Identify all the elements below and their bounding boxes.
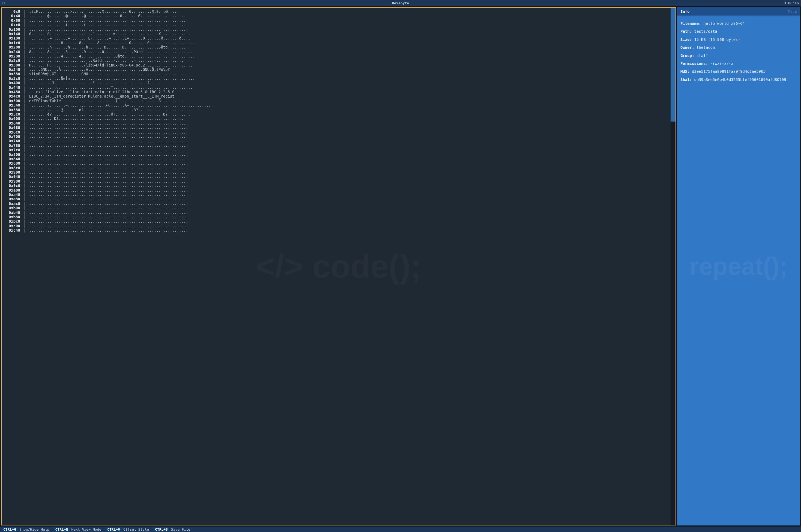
ascii-row[interactable]: | ......................................…	[23, 219, 670, 224]
scrollbar-thumb[interactable]	[671, 7, 675, 121]
ascii-row[interactable]: | ......................................…	[23, 215, 670, 219]
info-key: Md5:	[680, 69, 692, 74]
ascii-row[interactable]: | ......................................…	[23, 206, 670, 210]
offset-row: 0x640	[3, 121, 20, 126]
info-key: Filename:	[680, 21, 703, 26]
row-separator: |	[23, 179, 28, 184]
ascii-text: ........@.......@.......@...............…	[29, 14, 188, 18]
ascii-row[interactable]: | ......................................…	[23, 130, 670, 134]
row-separator: |	[23, 134, 28, 139]
ascii-row[interactable]: | ......................................…	[23, 188, 670, 192]
row-separator: |	[23, 170, 28, 174]
ascii-row[interactable]: | ..............4.......4...............…	[23, 54, 670, 58]
ascii-row[interactable]: | ......................................…	[23, 144, 670, 148]
row-separator: |	[23, 27, 28, 32]
ascii-row[interactable]: | ......................................…	[23, 18, 670, 23]
row-separator: |	[23, 210, 28, 215]
ascii-row[interactable]: | ................(.......(.............…	[23, 23, 670, 27]
ascii-row[interactable]: | ......................................…	[23, 170, 670, 174]
offset-row: 0x880	[3, 161, 20, 166]
ascii-text: ........................................…	[29, 121, 188, 126]
ascii-row[interactable]: | ......................................…	[23, 139, 670, 143]
ascii-row[interactable]: | ..............8.......8.......8.......…	[23, 41, 670, 45]
ascii-text: ........................................…	[29, 206, 188, 210]
ascii-column[interactable]: | .ELF..............>.....`.......@.....…	[21, 7, 671, 525]
ascii-row[interactable]: | ......................................…	[23, 197, 670, 201]
scrollbar[interactable]	[671, 7, 675, 525]
footer-label: Show/Hide Help	[19, 527, 49, 531]
ascii-row[interactable]: | ......................................…	[23, 148, 670, 152]
ascii-text: .__cxa_finalize.__libc_start_main.printf…	[29, 90, 175, 94]
info-key: Permissions:	[680, 61, 710, 66]
ascii-row[interactable]: | ......................................…	[23, 192, 670, 197]
offset-row: 0x7c0	[3, 148, 20, 152]
ascii-row[interactable]: | ......................................…	[23, 27, 670, 32]
row-separator: |	[23, 50, 28, 54]
ascii-row[interactable]: | ......................................…	[23, 184, 670, 188]
ascii-row[interactable]: | ......................................…	[23, 161, 670, 166]
ascii-text: ........................................…	[29, 170, 188, 174]
footer-kbd[interactable]: CTRL+O	[106, 527, 122, 531]
ascii-row[interactable]: | ............................Råtd.....-…	[23, 58, 670, 63]
ascii-row[interactable]: | erTMCloneTable........................…	[23, 99, 670, 103]
ascii-text: ........................................…	[29, 161, 188, 166]
ascii-row[interactable]: | 8.......8.......8.......0.......0.....…	[23, 50, 670, 54]
window-control-icon[interactable]	[2, 2, 5, 4]
ascii-row[interactable]: | ô.......ô...................`........=…	[23, 32, 670, 36]
ascii-text: `........=.......=........Ë-......Ë=....…	[29, 36, 190, 40]
ascii-text: ........................................…	[29, 139, 188, 143]
ascii-row[interactable]: | ......................................…	[23, 202, 670, 206]
info-row: Owner: thetacom	[680, 44, 797, 52]
ascii-text: .....GNU.....À...........À..............…	[29, 67, 170, 72]
ascii-row[interactable]: | .__cxa_finalize.__libc_start_main.prin…	[23, 90, 670, 94]
offset-row: 0x240	[3, 50, 20, 54]
ascii-row[interactable]: | .....GNU.....À...........À............…	[23, 67, 670, 72]
ascii-row[interactable]: | ............u.. ....................".…	[23, 85, 670, 90]
ascii-row[interactable]: | sítyRO%=þ¸GT...........GNU............…	[23, 72, 670, 76]
offset-row: 0xc00	[3, 224, 20, 228]
ascii-row[interactable]: | ......................................…	[23, 157, 670, 161]
ascii-row[interactable]: | LIBC_2.34._ITM_deregisterTMCloneTable.…	[23, 94, 670, 98]
footer-kbd[interactable]: CTRL+S	[153, 527, 169, 531]
clock: 13:00:46	[782, 1, 799, 5]
ascii-row[interactable]: | ......................................…	[23, 126, 670, 130]
footer-kbd[interactable]: CTRL+N	[54, 527, 70, 531]
offset-row: 0x400	[3, 81, 20, 85]
ascii-text: ........................................…	[29, 215, 188, 219]
ascii-row[interactable]: | H.......H.............../lib64/ld-linu…	[23, 63, 670, 67]
ascii-row[interactable]: | .........h.......h.......h.......D....…	[23, 45, 670, 49]
ascii-row[interactable]: | `........=.......=........Ë-......Ë=..…	[23, 36, 670, 40]
ascii-row[interactable]: | ......................................…	[23, 210, 670, 215]
ascii-row[interactable]: | ..............@.......ø?..............…	[23, 108, 670, 112]
ascii-text: ........................................…	[29, 18, 188, 23]
ascii-text: .ELF..............>.....`.......@.......…	[29, 9, 179, 14]
ascii-row[interactable]: | ...........Ð?.........................…	[23, 116, 670, 121]
ascii-row[interactable]: | ......................................…	[23, 224, 670, 228]
row-separator: |	[23, 94, 28, 98]
ascii-row[interactable]: | ..........J. ...............".........…	[23, 81, 670, 85]
ascii-row[interactable]: | ........@.......@.......@.............…	[23, 14, 670, 18]
ascii-text: ............u.. ...................."...…	[29, 85, 193, 90]
ascii-row[interactable]: | .ELF..............>.....`.......@.....…	[23, 9, 670, 14]
row-separator: |	[23, 130, 28, 134]
hex-panel[interactable]: </> code(); 0x00x400x800xc00x1000x1400x1…	[1, 7, 676, 526]
footer-kbd[interactable]: CTRL+G	[2, 527, 18, 531]
ascii-row[interactable]: | ......................................…	[23, 179, 670, 184]
ascii-row[interactable]: | ......................................…	[23, 134, 670, 139]
row-separator: |	[23, 121, 28, 126]
ascii-row[interactable]: | `.......?.......=.................@...…	[23, 103, 670, 107]
offset-row: 0x280	[3, 54, 20, 58]
ascii-row[interactable]: | ..............ÑeÎm....................…	[23, 76, 670, 81]
ascii-row[interactable]: | ......................................…	[23, 152, 670, 157]
row-separator: |	[23, 81, 28, 85]
info-value: hello_world_x86-64	[703, 21, 745, 26]
offset-row: 0x3c0	[3, 76, 20, 81]
ascii-text: ..........J. ..............."...........…	[29, 81, 163, 85]
offsets-column: 0x00x400x800xc00x1000x1400x1800x1c00x200…	[2, 7, 21, 525]
ascii-row[interactable]: | ......................................…	[23, 166, 670, 170]
ascii-row[interactable]: | ......................................…	[23, 228, 670, 232]
ascii-row[interactable]: | ......................................…	[23, 121, 670, 126]
offset-row: 0xb00	[3, 206, 20, 210]
ascii-row[interactable]: | ........è?..........................ð?…	[23, 112, 670, 116]
ascii-row[interactable]: | ......................................…	[23, 174, 670, 179]
